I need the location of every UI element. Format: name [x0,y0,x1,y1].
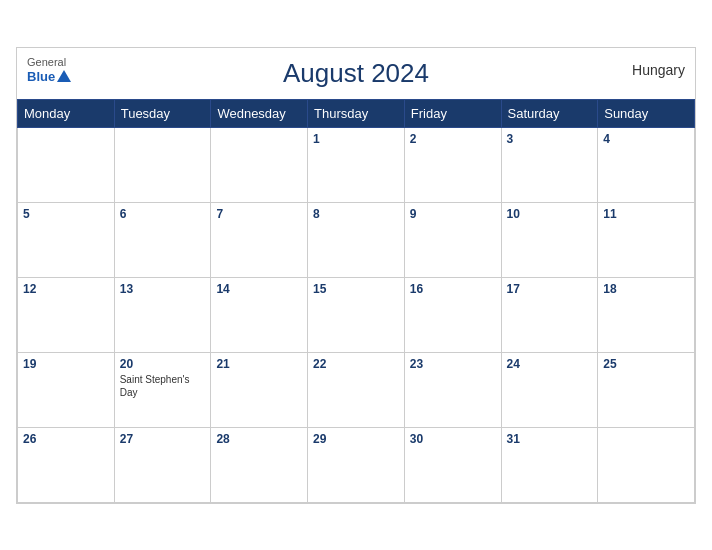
day-number: 25 [603,357,689,371]
calendar-day-cell: 6 [114,202,211,277]
day-number: 28 [216,432,302,446]
calendar-day-cell: 23 [404,352,501,427]
calendar-day-cell: 15 [308,277,405,352]
weekday-header-row: Monday Tuesday Wednesday Thursday Friday… [18,99,695,127]
calendar-title: August 2024 [283,58,429,89]
calendar-day-cell: 22 [308,352,405,427]
holiday-label: Saint Stephen's Day [120,373,206,399]
day-number: 22 [313,357,399,371]
day-number: 5 [23,207,109,221]
day-number: 16 [410,282,496,296]
calendar-day-cell: 10 [501,202,598,277]
header-thursday: Thursday [308,99,405,127]
day-number: 31 [507,432,593,446]
calendar-day-cell: 27 [114,427,211,502]
calendar-day-cell: 13 [114,277,211,352]
calendar-table: Monday Tuesday Wednesday Thursday Friday… [17,99,695,503]
calendar-day-cell: 24 [501,352,598,427]
header-saturday: Saturday [501,99,598,127]
calendar-day-cell: 14 [211,277,308,352]
day-number: 14 [216,282,302,296]
calendar-body: 1234567891011121314151617181920Saint Ste… [18,127,695,502]
calendar-day-cell: 28 [211,427,308,502]
calendar-day-cell: 19 [18,352,115,427]
calendar-day-cell: 31 [501,427,598,502]
day-number: 17 [507,282,593,296]
calendar-day-cell: 25 [598,352,695,427]
calendar-day-cell: 18 [598,277,695,352]
calendar-day-cell: 4 [598,127,695,202]
day-number: 20 [120,357,206,371]
day-number: 9 [410,207,496,221]
calendar-day-cell [18,127,115,202]
header-friday: Friday [404,99,501,127]
calendar-day-cell: 20Saint Stephen's Day [114,352,211,427]
calendar-day-cell: 3 [501,127,598,202]
day-number: 24 [507,357,593,371]
header-sunday: Sunday [598,99,695,127]
calendar-day-cell [598,427,695,502]
calendar-day-cell: 30 [404,427,501,502]
day-number: 13 [120,282,206,296]
calendar-day-cell: 8 [308,202,405,277]
day-number: 1 [313,132,399,146]
day-number: 10 [507,207,593,221]
day-number: 15 [313,282,399,296]
brand-triangle-icon [57,70,71,82]
calendar-day-cell: 26 [18,427,115,502]
day-number: 11 [603,207,689,221]
calendar-day-cell: 7 [211,202,308,277]
day-number: 27 [120,432,206,446]
day-number: 2 [410,132,496,146]
day-number: 23 [410,357,496,371]
header-monday: Monday [18,99,115,127]
calendar-week-row: 12131415161718 [18,277,695,352]
calendar-week-row: 1234 [18,127,695,202]
day-number: 6 [120,207,206,221]
calendar-day-cell [211,127,308,202]
day-number: 19 [23,357,109,371]
calendar-day-cell: 9 [404,202,501,277]
day-number: 21 [216,357,302,371]
day-number: 26 [23,432,109,446]
calendar-week-row: 567891011 [18,202,695,277]
day-number: 3 [507,132,593,146]
calendar-day-cell: 5 [18,202,115,277]
day-number: 18 [603,282,689,296]
calendar-day-cell: 1 [308,127,405,202]
calendar-day-cell [114,127,211,202]
day-number: 7 [216,207,302,221]
calendar-day-cell: 11 [598,202,695,277]
day-number: 8 [313,207,399,221]
country-label: Hungary [632,62,685,78]
calendar-container: General Blue August 2024 Hungary Monday … [16,47,696,504]
brand-blue-text: Blue [27,69,55,85]
header-tuesday: Tuesday [114,99,211,127]
calendar-day-cell: 12 [18,277,115,352]
calendar-week-row: 1920Saint Stephen's Day2122232425 [18,352,695,427]
day-number: 12 [23,282,109,296]
calendar-day-cell: 2 [404,127,501,202]
brand-general-text: General [27,56,66,69]
day-number: 4 [603,132,689,146]
calendar-day-cell: 17 [501,277,598,352]
brand-logo: General Blue [27,56,71,85]
calendar-week-row: 262728293031 [18,427,695,502]
calendar-day-cell: 29 [308,427,405,502]
day-number: 29 [313,432,399,446]
calendar-header: General Blue August 2024 Hungary [17,48,695,99]
calendar-day-cell: 21 [211,352,308,427]
calendar-day-cell: 16 [404,277,501,352]
day-number: 30 [410,432,496,446]
header-wednesday: Wednesday [211,99,308,127]
